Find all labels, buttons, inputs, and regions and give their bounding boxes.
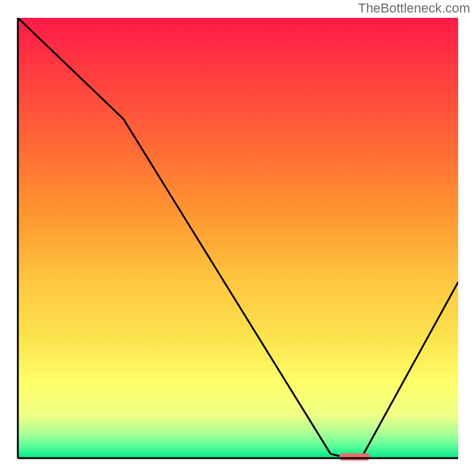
optimal-marker	[339, 453, 370, 461]
watermark-text: TheBottleneck.com	[358, 1, 470, 16]
line-curve	[18, 18, 458, 458]
chart-container: TheBottleneck.com	[0, 0, 476, 476]
plot-area	[18, 18, 458, 458]
